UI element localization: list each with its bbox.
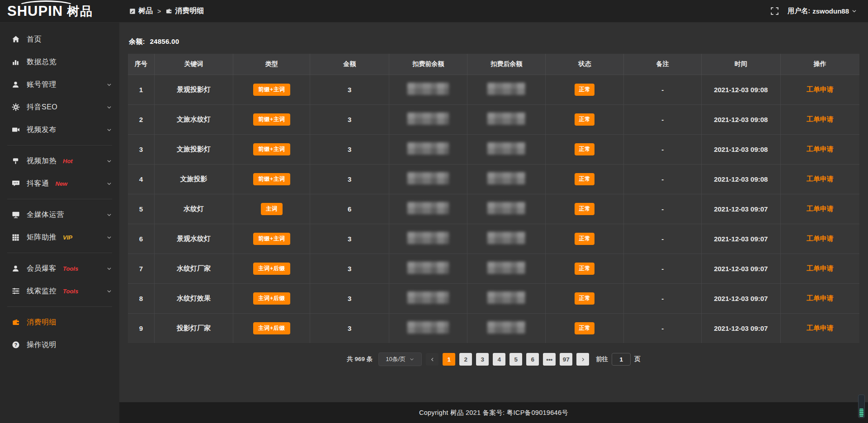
table-row: 4 文旅投影 前缀+主词 3 正常 - 2021-12-03 09:08 工单申… xyxy=(128,164,859,194)
table-row: 3 文旅投影灯 前缀+主词 3 正常 - 2021-12-03 09:08 工单… xyxy=(128,134,859,164)
page-button-97[interactable]: 97 xyxy=(560,353,572,366)
sidebar-item-label: 视频发布 xyxy=(27,125,57,135)
work-order-link[interactable]: 工单申请 xyxy=(807,235,834,242)
sidebar-item-tag: Tools xyxy=(63,288,78,295)
sidebar-item-9[interactable]: 矩阵助推 VIP xyxy=(0,226,119,249)
sidebar-item-5[interactable]: 视频发布 xyxy=(0,118,119,141)
chevron-down-icon xyxy=(106,82,112,88)
heat-icon xyxy=(11,157,20,165)
consumption-table: 序号关键词类型金额扣费前余额扣费后余额状态备注时间操作 1 景观投影灯 前缀+主… xyxy=(128,54,859,343)
chevron-right-icon xyxy=(580,357,585,362)
topbar: SHUPIN 树品 树品 > 消费明细 用户名: zswodun88 xyxy=(0,0,868,23)
sidebar-item-label: 视频加热 xyxy=(27,156,57,166)
breadcrumb-home-label: 树品 xyxy=(138,6,153,16)
wallet-icon xyxy=(165,8,172,14)
fullscreen-icon[interactable] xyxy=(770,7,779,16)
work-order-link[interactable]: 工单申请 xyxy=(807,175,834,183)
next-page-button[interactable] xyxy=(576,353,589,366)
work-order-link[interactable]: 工单申请 xyxy=(807,324,834,332)
table-row: 2 文旅水纹灯 前缀+主词 3 正常 - 2021-12-03 09:08 工单… xyxy=(128,104,859,134)
column-header: 备注 xyxy=(624,54,702,75)
user-menu[interactable]: 用户名: zswodun88 xyxy=(788,7,857,15)
video-icon xyxy=(11,126,20,134)
chevron-down-icon xyxy=(106,127,112,133)
status-badge: 正常 xyxy=(575,322,594,334)
sidebar-item-13[interactable]: ? 操作说明 xyxy=(0,334,119,356)
work-order-link[interactable]: 工单申请 xyxy=(807,205,834,212)
username-value: zswodun88 xyxy=(812,7,849,15)
blurred-balance-after xyxy=(487,83,525,95)
blurred-balance-after xyxy=(487,202,525,214)
goto-page: 前往 页 xyxy=(596,353,641,366)
work-order-link[interactable]: 工单申请 xyxy=(807,145,834,153)
sidebar-item-label: 抖客通 xyxy=(27,179,49,188)
sidebar-divider xyxy=(7,253,112,253)
page-button-1[interactable]: 1 xyxy=(443,353,455,366)
table-row: 9 投影灯厂家 主词+后缀 3 正常 - 2021-12-03 09:07 工单… xyxy=(128,313,859,343)
work-order-link[interactable]: 工单申请 xyxy=(807,294,834,302)
blurred-balance-before xyxy=(407,172,449,184)
page-more-button[interactable]: ••• xyxy=(543,353,556,366)
column-header: 状态 xyxy=(546,54,624,75)
sidebar-item-3[interactable]: 账号管理 xyxy=(0,73,119,96)
blurred-balance-before xyxy=(407,232,449,244)
scrollbar-widget[interactable] xyxy=(858,395,865,418)
column-header: 序号 xyxy=(128,54,154,75)
table-body: 1 景观投影灯 前缀+主词 3 正常 - 2021-12-03 09:08 工单… xyxy=(128,75,859,343)
page-buttons: 123456•••97 xyxy=(443,353,572,366)
table-row: 6 景观水纹灯 前缀+主词 3 正常 - 2021-12-03 09:07 工单… xyxy=(128,224,859,254)
breadcrumb-home[interactable]: 树品 xyxy=(129,6,153,16)
blurred-balance-before xyxy=(407,321,449,334)
footer: Copyright 树品 2021 备案号: 粤ICP备09019646号 xyxy=(119,402,868,423)
balance-summary: 余额: 24856.00 xyxy=(129,38,859,46)
work-order-link[interactable]: 工单申请 xyxy=(807,264,834,272)
sidebar-item-1[interactable]: 首页 xyxy=(0,28,119,51)
page-size-select[interactable]: 10条/页 xyxy=(378,352,422,366)
blurred-balance-after xyxy=(487,142,525,155)
sidebar-item-tag: New xyxy=(56,180,68,187)
status-badge: 正常 xyxy=(575,263,594,275)
work-order-link[interactable]: 工单申请 xyxy=(807,115,834,123)
username-label: 用户名: xyxy=(788,7,810,15)
page-button-5[interactable]: 5 xyxy=(509,353,522,366)
breadcrumb-current[interactable]: 消费明细 xyxy=(165,6,204,16)
copyright-text: Copyright 树品 2021 备案号: 粤ICP备09019646号 xyxy=(419,409,568,417)
prev-page-button[interactable] xyxy=(426,353,439,366)
page-size-value: 10条/页 xyxy=(386,355,406,363)
work-order-link[interactable]: 工单申请 xyxy=(807,85,834,93)
page-button-3[interactable]: 3 xyxy=(476,353,489,366)
sidebar-item-7[interactable]: 抖客通 New xyxy=(0,172,119,195)
type-badge: 主词+后缀 xyxy=(253,263,290,275)
page-button-4[interactable]: 4 xyxy=(493,353,505,366)
chevron-down-icon xyxy=(106,266,112,272)
sidebar-item-tag: VIP xyxy=(63,234,72,241)
sidebar-item-label: 全媒体运营 xyxy=(27,210,64,220)
grid-icon xyxy=(11,233,20,242)
monitor-icon xyxy=(11,211,20,219)
type-badge: 主词+后缀 xyxy=(253,292,290,305)
blurred-balance-after xyxy=(487,113,525,125)
page-button-6[interactable]: 6 xyxy=(526,353,539,366)
goto-label: 前往 xyxy=(596,355,608,363)
page-button-2[interactable]: 2 xyxy=(459,353,472,366)
chat-icon xyxy=(11,179,20,188)
goto-page-input[interactable] xyxy=(612,353,631,366)
sidebar-item-4[interactable]: 抖音SEO xyxy=(0,96,119,118)
sidebar-item-10[interactable]: 会员爆客 Tools xyxy=(0,257,119,280)
sidebar-item-2[interactable]: 数据总览 xyxy=(0,51,119,73)
sidebar-item-8[interactable]: 全媒体运营 xyxy=(0,203,119,226)
blurred-balance-after xyxy=(487,321,525,334)
breadcrumb: 树品 > 消费明细 xyxy=(129,6,204,16)
blurred-balance-before xyxy=(407,291,449,304)
sidebar-item-12[interactable]: 消费明细 xyxy=(0,311,119,334)
column-header: 关键词 xyxy=(154,54,233,75)
sidebar-item-label: 抖音SEO xyxy=(27,103,57,112)
gear-icon xyxy=(11,103,20,112)
app-logo: SHUPIN 树品 xyxy=(0,0,119,23)
breadcrumb-separator: > xyxy=(157,8,161,15)
sidebar-item-11[interactable]: 线索监控 Tools xyxy=(0,280,119,302)
table-header-row: 序号关键词类型金额扣费前余额扣费后余额状态备注时间操作 xyxy=(128,54,859,75)
chevron-down-icon xyxy=(106,181,112,187)
sidebar-item-6[interactable]: 视频加热 Hot xyxy=(0,150,119,172)
wallet-icon xyxy=(11,318,20,327)
